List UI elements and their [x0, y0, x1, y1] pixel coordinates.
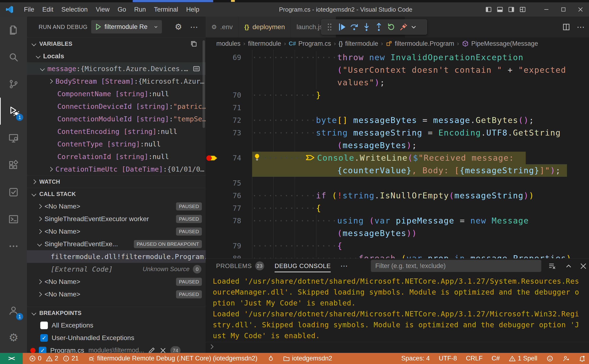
eol-status[interactable]: CRLF: [466, 355, 483, 362]
debug-status[interactable]: filtermodule Remote Debug (.NET Core) (i…: [88, 355, 257, 362]
thread-row[interactable]: <No Name>PAUSED: [27, 275, 206, 288]
section-header-watch[interactable]: WATCH: [27, 175, 206, 188]
thread-row[interactable]: SingleThreadEventExe...PAUSED ON BREAKPO…: [27, 238, 206, 250]
gutter-margin[interactable]: [206, 64, 220, 76]
menu-run[interactable]: Run: [130, 2, 150, 17]
activity-search-icon[interactable]: [0, 44, 27, 71]
code-line[interactable]: 72············byte[] messageBytes = mess…: [206, 114, 589, 127]
variable-row[interactable]: CorrelationId [string]: null: [27, 150, 206, 163]
maximize-panel-icon[interactable]: [564, 262, 573, 270]
copy-value-icon[interactable]: [190, 40, 198, 48]
toggle-secondary-sidebar-icon[interactable]: [506, 2, 517, 17]
step-into-button[interactable]: [360, 21, 373, 33]
minimize-button[interactable]: [538, 2, 555, 17]
activity-source-control-icon[interactable]: [0, 71, 27, 98]
continue-button[interactable]: [336, 21, 348, 33]
toggle-primary-sidebar-icon[interactable]: [483, 2, 494, 17]
section-header-breakpoints[interactable]: BREAKPOINTS: [27, 307, 206, 319]
code-line[interactable]: 80····················foreach (var prop …: [206, 252, 589, 258]
gutter-margin[interactable]: [206, 89, 220, 101]
menu-help[interactable]: Help: [182, 2, 204, 17]
code-line[interactable]: 74··········Console.WriteLine($"Received…: [206, 152, 589, 164]
tab-.env[interactable]: ⚙.env: [206, 17, 239, 38]
menu-terminal[interactable]: Terminal: [150, 2, 182, 17]
activity-accounts-icon[interactable]: 1: [0, 297, 27, 324]
encoding-status[interactable]: UTF-8: [439, 355, 457, 362]
gutter-margin[interactable]: [206, 114, 220, 127]
activity-more-icon[interactable]: [0, 233, 27, 260]
restart-button[interactable]: [385, 21, 397, 33]
code-line[interactable]: 69················throw new InvalidOpera…: [206, 51, 589, 64]
breadcrumb-item[interactable]: {}filtermodule: [339, 40, 378, 47]
gutter-margin[interactable]: [206, 202, 220, 214]
notifications-bell-icon[interactable]: [579, 355, 586, 362]
spell-status[interactable]: 1 Spell: [509, 355, 537, 362]
start-debug-icon[interactable]: [94, 23, 102, 31]
code-line[interactable]: 78················using (var pipeMessage…: [206, 214, 589, 227]
breadcrumb-item[interactable]: PipeMessage(Message: [462, 40, 538, 47]
feedback-smiley-icon[interactable]: [546, 355, 553, 362]
gutter-margin[interactable]: [206, 127, 220, 139]
section-header-variables[interactable]: VARIABLES: [27, 38, 206, 50]
activity-terminal-icon[interactable]: [0, 206, 27, 233]
breakpoint-row[interactable]: All Exceptions: [27, 319, 206, 332]
variable-row[interactable]: ConnectionDeviceId [string]: "patric…: [27, 100, 206, 113]
breadcrumb-item[interactable]: modules: [216, 40, 240, 47]
thread-row[interactable]: <No Name>PAUSED: [27, 225, 206, 238]
breadcrumb-item[interactable]: filtermodule: [248, 40, 281, 47]
menu-edit[interactable]: Edit: [38, 2, 58, 17]
code-line[interactable]: (messageBytes)): [206, 227, 589, 240]
code-line[interactable]: 77············{: [206, 202, 589, 214]
console-filter-input[interactable]: [371, 260, 541, 272]
step-over-button[interactable]: [348, 21, 360, 33]
code-line[interactable]: 76············if (!string.IsNullOrEmpty(…: [206, 189, 589, 202]
debug-console-input[interactable]: [206, 342, 589, 353]
variable-row[interactable]: ConnectionModuleId [string]: "tempSe…: [27, 113, 206, 125]
gutter-margin[interactable]: [206, 101, 220, 114]
thread-row[interactable]: <No Name>PAUSED: [27, 200, 206, 213]
code-line[interactable]: ("UserContext doesn't contain " + "expec…: [206, 64, 589, 76]
breakpoint-checkbox[interactable]: ✓: [39, 347, 46, 353]
menu-selection[interactable]: Selection: [57, 2, 92, 17]
breakpoint-current-line-icon[interactable]: [206, 152, 220, 164]
tab-deploymen[interactable]: {}deploymen: [239, 17, 291, 38]
workspace-folder[interactable]: iotedgemsdn2: [283, 355, 332, 362]
code-line[interactable]: 79················{: [206, 240, 589, 252]
activity-settings-icon[interactable]: ⚙: [0, 324, 27, 351]
activity-remote-explorer-icon[interactable]: [0, 125, 27, 152]
menu-view[interactable]: View: [92, 2, 113, 17]
step-out-button[interactable]: [373, 21, 385, 33]
gutter-margin[interactable]: [206, 164, 220, 177]
section-header-call-stack[interactable]: CALL STACK: [27, 188, 206, 200]
menu-file[interactable]: File: [20, 2, 38, 17]
activity-run-and-debug-icon[interactable]: 1: [0, 98, 27, 125]
breakpoint-checkbox[interactable]: [40, 322, 48, 329]
gutter-margin[interactable]: [206, 214, 220, 227]
gutter-margin[interactable]: [206, 227, 220, 240]
gutter-margin[interactable]: [206, 51, 220, 64]
close-panel-icon[interactable]: [579, 262, 588, 270]
variable-action-icon[interactable]: [192, 65, 201, 73]
customize-layout-icon[interactable]: [517, 2, 528, 17]
tab-problems[interactable]: PROBLEMS 23: [216, 259, 264, 273]
code-line[interactable]: (messageBytes);: [206, 139, 589, 152]
variable-row[interactable]: CreationTimeUtc [DateTime]: {01/01/0…: [27, 163, 206, 175]
menu-go[interactable]: Go: [113, 2, 130, 17]
breakpoint-row[interactable]: ✓User-Unhandled Exceptions: [27, 332, 206, 344]
breadcrumb-item[interactable]: filtermodule.Program: [386, 40, 454, 47]
variable-row[interactable]: ContentType [string]: null: [27, 138, 206, 150]
stack-frame-row[interactable]: filtermodule.dll!filtermodule.Program.P: [27, 250, 206, 263]
code-editor[interactable]: 69················throw new InvalidOpera…: [206, 50, 589, 258]
disconnect-button[interactable]: [397, 21, 410, 33]
launch-config-dropdown[interactable]: filtermodule Re: [91, 20, 162, 34]
panel-more-actions-icon[interactable]: ⋯: [340, 261, 348, 270]
variable-row[interactable]: message: {Microsoft.Azure.Devices.…: [27, 62, 206, 75]
gutter-margin[interactable]: [206, 240, 220, 252]
remove-breakpoint-icon[interactable]: [159, 346, 167, 353]
tab-debug-console[interactable]: DEBUG CONSOLE: [275, 259, 331, 273]
remote-account-icon[interactable]: [563, 355, 570, 362]
clear-console-icon[interactable]: [548, 262, 556, 270]
gutter-margin[interactable]: [206, 76, 220, 89]
variables-scope-locals[interactable]: Locals: [27, 50, 206, 62]
chevron-down-button[interactable]: [410, 21, 418, 33]
